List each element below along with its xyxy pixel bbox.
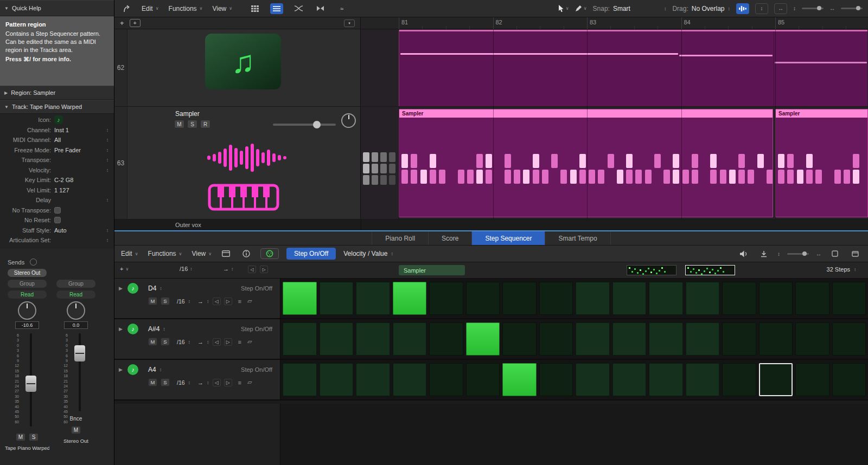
pattern-rate-control[interactable]: /16↕	[180, 266, 192, 272]
row-rate-control[interactable]: /16	[177, 298, 185, 305]
flex-icon[interactable]: ≈	[335, 3, 348, 14]
step-cell[interactable]	[759, 363, 793, 396]
step-cell[interactable]	[832, 322, 866, 356]
inspector-param-vel-limit-[interactable]: Vel Limit:1 127	[0, 185, 114, 196]
waveform-zoom-icon[interactable]	[736, 3, 749, 14]
rate-stepper-icon[interactable]: ↕	[188, 339, 191, 345]
step-cell[interactable]	[722, 282, 756, 315]
step-cell[interactable]	[539, 322, 573, 356]
step-cell[interactable]	[576, 363, 610, 396]
param-stepper-icon[interactable]: ↕	[104, 157, 111, 163]
inspector-param-no-transpose-[interactable]: No Transpose:	[0, 205, 114, 216]
vertical-zoom-slider[interactable]	[802, 8, 824, 9]
direction-stepper-icon[interactable]: ↕	[207, 299, 209, 304]
step-cell[interactable]	[759, 282, 793, 315]
direction-stepper-icon[interactable]: ↕	[207, 380, 209, 385]
automation-mode-button[interactable]: Read	[56, 290, 95, 299]
step-cell[interactable]	[686, 322, 720, 356]
region-name-bar[interactable]: Sampler	[399, 109, 773, 118]
step-cell[interactable]	[832, 282, 866, 315]
horizontal-auto-zoom-icon[interactable]: ↔	[774, 3, 787, 14]
track-icon-small[interactable]: ♪	[54, 115, 63, 124]
add-row-button[interactable]: +∨	[120, 266, 129, 272]
inspector-param-freeze-mode-[interactable]: Freeze Mode:Pre Fader↕	[0, 145, 114, 156]
param-stepper-icon[interactable]: ↕	[104, 127, 111, 133]
command-click-tool[interactable]: ∨	[575, 5, 587, 12]
rotate-right-button[interactable]: ▷	[224, 298, 232, 305]
row-direction-control[interactable]: →	[197, 339, 203, 345]
sends-section[interactable]: Sends	[0, 255, 114, 269]
track-63-lane[interactable]: Sampler Sampler	[361, 107, 868, 219]
row-note-name[interactable]: A#4	[148, 325, 159, 333]
step-cell[interactable]	[686, 282, 720, 315]
step-cell[interactable]	[283, 282, 317, 315]
step-cell[interactable]	[539, 363, 573, 396]
drag-dropdown[interactable]: Drag: No Overlap ↕	[672, 5, 730, 12]
track-solo-button[interactable]: S	[187, 120, 197, 128]
inspector-param-transpose-[interactable]: Transpose:↕	[0, 155, 114, 165]
grid-view-icon[interactable]	[248, 3, 261, 14]
mute-button[interactable]: M	[71, 426, 81, 434]
step-cell[interactable]	[612, 282, 647, 315]
step-cell[interactable]	[795, 282, 829, 315]
step-cell[interactable]	[393, 363, 427, 396]
note-stepper-icon[interactable]: ↕	[159, 367, 162, 372]
inspector-param-icon-[interactable]: Icon:♪	[0, 115, 114, 125]
step-cell[interactable]	[466, 363, 500, 396]
snap-dropdown[interactable]: Snap: Smart ↕	[593, 5, 667, 12]
row-menu-icon[interactable]: ≡	[238, 379, 241, 386]
left-click-tool[interactable]: ∨	[558, 5, 569, 12]
step-cell[interactable]	[576, 282, 610, 315]
row-note-name[interactable]: D4	[148, 285, 156, 292]
output-button[interactable]: Stereo Out	[8, 269, 47, 277]
step-cell[interactable]	[612, 322, 647, 356]
step-cell[interactable]	[686, 363, 720, 396]
param-stepper-icon[interactable]: ↕	[104, 167, 111, 173]
rate-stepper-icon[interactable]: ↕	[188, 299, 191, 304]
row-play-icon[interactable]: ▶	[119, 367, 124, 372]
pattern-region-sampler-2[interactable]: Sampler	[775, 109, 868, 217]
step-cell[interactable]	[795, 322, 829, 356]
inspector-param-articulation-set-[interactable]: Articulation Set:↕	[0, 235, 114, 246]
param-stepper-icon[interactable]: ↕	[104, 228, 111, 233]
window-icon[interactable]	[219, 248, 232, 259]
tab-step-sequencer[interactable]: Step Sequencer	[471, 231, 545, 245]
param-stepper-icon[interactable]: ↕	[104, 197, 111, 203]
volume-fader[interactable]: 630369121518212427303540455060	[5, 332, 49, 429]
pattern-length-dropdown[interactable]: 32 Steps ↕	[827, 266, 856, 273]
step-cell[interactable]	[393, 282, 427, 315]
midi-region-track62[interactable]	[399, 30, 867, 106]
crossfade-icon[interactable]	[292, 3, 305, 14]
inspector-param-no-reset-[interactable]: No Reset:	[0, 215, 114, 225]
step-cell[interactable]	[502, 322, 537, 356]
rotate-right-button[interactable]: ▷	[224, 379, 232, 386]
link-icon[interactable]	[828, 248, 841, 259]
step-cell[interactable]	[283, 363, 317, 396]
row-play-icon[interactable]: ▶	[119, 286, 124, 291]
pattern-page-2-overview[interactable]	[685, 265, 735, 275]
list-view-icon[interactable]	[270, 3, 283, 14]
step-cell[interactable]	[356, 282, 390, 315]
solo-button[interactable]: S	[29, 433, 39, 441]
step-cell[interactable]	[649, 322, 683, 356]
note-stepper-icon[interactable]: ↕	[159, 286, 162, 291]
region-name-bar[interactable]: Sampler	[776, 109, 867, 118]
param-stepper-icon[interactable]: ↕	[104, 147, 111, 153]
inspector-param-staff-style-[interactable]: Staff Style:Auto↕	[0, 225, 114, 236]
row-play-icon[interactable]: ▶	[119, 326, 124, 332]
inspector-param-key-limit-[interactable]: Key Limit:C-2 G8	[0, 175, 114, 185]
row-erase-icon[interactable]: ▱	[247, 338, 252, 345]
tab-piano-roll[interactable]: Piano Roll	[372, 231, 428, 245]
join-icon[interactable]	[314, 3, 327, 14]
row-mute-button[interactable]: M	[148, 297, 157, 305]
step-cell[interactable]	[356, 363, 390, 396]
row-rate-control[interactable]: /16	[177, 339, 185, 345]
rotate-left-button[interactable]: ◁	[248, 266, 256, 273]
row-rate-control[interactable]: /16	[177, 379, 185, 386]
midi-in-button[interactable]	[260, 248, 279, 259]
step-cell[interactable]	[466, 282, 500, 315]
track-record-button[interactable]: R	[200, 120, 210, 128]
tracks-menu-edit[interactable]: Edit∨	[142, 5, 159, 12]
row-menu-icon[interactable]: ≡	[238, 339, 241, 345]
step-cell[interactable]	[502, 363, 537, 396]
